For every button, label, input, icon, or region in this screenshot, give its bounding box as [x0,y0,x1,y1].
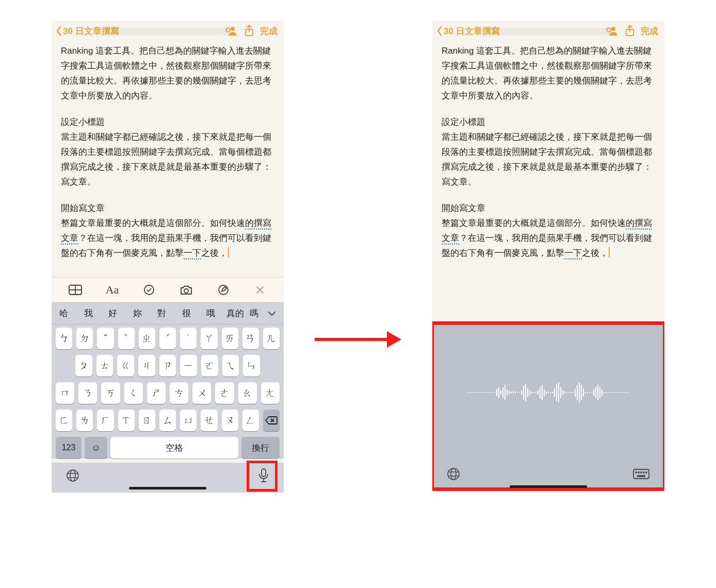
key-ㄚ[interactable]: ㄚ [201,328,217,349]
globe-button[interactable] [66,469,79,484]
checklist-button[interactable] [131,284,168,296]
heading-2: 設定小標題 [61,115,274,129]
key-ˊ[interactable]: ˊ [159,328,176,349]
sugg-0[interactable]: 哈 [52,307,76,319]
keyboard-footer [52,463,284,493]
add-person-button[interactable] [223,25,240,37]
backspace-key[interactable] [263,410,280,431]
note-content[interactable]: Ranking 這套工具。把自己想為的關鍵字輸入進去關鍵字搜索工具這個軟體之中，… [52,41,284,277]
emoji-key[interactable]: ☺ [85,437,107,459]
camera-button[interactable] [168,285,205,295]
key-ㄞ[interactable]: ㄞ [222,328,238,349]
done-button[interactable]: 完成 [258,25,280,37]
key-ㄍ[interactable]: ㄍ [117,355,134,377]
table-icon [69,285,82,295]
key-ㄅ[interactable]: ㄅ [56,328,72,349]
sugg-3[interactable]: 妳 [125,307,150,319]
table-button[interactable] [57,285,94,295]
sugg-7[interactable]: 真的 [223,307,248,319]
key-ㄠ[interactable]: ㄠ [238,382,257,404]
key-ㄗ[interactable]: ㄗ [159,355,176,377]
aa-icon: Aa [106,283,119,297]
space-key[interactable]: 空格 [110,437,238,459]
key-ㄟ[interactable]: ㄟ [222,355,239,377]
home-indicator[interactable] [510,485,587,488]
globe-button[interactable] [447,467,460,483]
key-ㄥ[interactable]: ㄥ [242,410,259,431]
sugg-1[interactable]: 我 [76,307,101,319]
svg-rect-17 [262,469,266,477]
key-ㄌ[interactable]: ㄌ [76,410,93,431]
backspace-icon [265,416,278,425]
key-ㄙ[interactable]: ㄙ [159,410,176,431]
text-cursor [609,247,610,257]
sugg-4[interactable]: 對 [150,307,174,319]
back-button[interactable]: 30 日文章撰寫 [436,25,500,37]
paragraph-3: 整篇文章最重要的大概就是這個部分。如何快速的撰寫文章？在這一塊，我用的是蘋果手機… [61,216,274,260]
svg-point-26 [636,472,637,473]
key-ㄝ[interactable]: ㄝ [201,410,217,431]
sugg-8[interactable]: 嗎 [248,307,260,319]
key-ㄨ[interactable]: ㄨ [192,382,211,404]
key-ㄒ[interactable]: ㄒ [118,410,135,431]
share-button[interactable] [621,25,639,37]
globe-icon [66,469,79,482]
share-button[interactable] [240,25,258,37]
key-ㄑ[interactable]: ㄑ [124,382,143,404]
keyboard-button[interactable] [632,468,650,482]
paragraph-1: Ranking 這套工具。把自己想為的關鍵字輸入進去關鍵字搜索工具這個軟體之中，… [442,43,655,103]
format-toolbar: Aa [52,277,284,303]
key-ㄛ[interactable]: ㄛ [201,355,218,377]
sugg-5[interactable]: 很 [174,307,199,319]
add-person-button[interactable] [604,25,621,37]
key-ㄦ[interactable]: ㄦ [263,328,280,349]
kbd-row-2: ㄇㄋㄎㄑㄕㄘㄨㄜㄠㄤ [54,382,282,404]
key-ㄣ[interactable]: ㄣ [243,355,260,377]
enter-key[interactable]: 換行 [241,437,280,459]
sugg-6[interactable]: 哦 [199,307,223,319]
svg-point-28 [641,472,642,473]
text-format-button[interactable]: Aa [94,283,131,297]
key-ㄈ[interactable]: ㄈ [56,410,72,431]
key-ㄡ[interactable]: ㄡ [222,410,238,431]
text-cursor [228,247,229,257]
key-ㄢ[interactable]: ㄢ [242,328,259,349]
key-ㄇ[interactable]: ㄇ [56,382,74,404]
keyboard: ㄅㄉˇˋㄓˊ˙ㄚㄞㄢㄦ ㄆㄊㄍㄐㄗㄧㄛㄟㄣ ㄇㄋㄎㄑㄕㄘㄨㄜㄠㄤ ㄈㄌㄏㄒㄖㄙㄩ… [52,324,284,459]
key-ㄖ[interactable]: ㄖ [139,410,155,431]
note-content[interactable]: Ranking 這套工具。把自己想為的關鍵字輸入進去關鍵字搜索工具這個軟體之中，… [432,41,664,277]
svg-point-27 [638,472,639,473]
key-ㄆ[interactable]: ㄆ [75,355,92,377]
microphone-button[interactable] [258,468,269,485]
home-indicator[interactable] [129,487,206,489]
key-ㄓ[interactable]: ㄓ [139,328,155,349]
key-ㄐ[interactable]: ㄐ [138,355,155,377]
markup-button[interactable] [205,284,242,296]
svg-point-22 [451,468,456,480]
expand-suggestions-button[interactable] [260,311,284,316]
close-toolbar-button[interactable] [241,285,279,295]
key-ㄎ[interactable]: ㄎ [101,382,120,404]
kbd-row-1: ㄆㄊㄍㄐㄗㄧㄛㄟㄣ [54,355,282,377]
key-ˋ[interactable]: ˋ [118,328,135,349]
key-˙[interactable]: ˙ [180,328,197,349]
key-ˇ[interactable]: ˇ [97,328,113,349]
key-ㄊ[interactable]: ㄊ [96,355,113,377]
key-ㄏ[interactable]: ㄏ [97,410,113,431]
key-ㄩ[interactable]: ㄩ [180,410,197,431]
svg-point-13 [67,470,78,481]
num-key[interactable]: 123 [56,437,82,459]
share-icon [625,25,635,37]
done-button[interactable]: 完成 [639,25,660,37]
key-ㄤ[interactable]: ㄤ [261,382,280,404]
sugg-2[interactable]: 好 [101,307,125,319]
key-ㄕ[interactable]: ㄕ [147,382,166,404]
key-ㄘ[interactable]: ㄘ [170,382,188,404]
key-ㄧ[interactable]: ㄧ [180,355,197,377]
back-button[interactable]: 30 日文章撰寫 [56,25,119,37]
key-ㄋ[interactable]: ㄋ [78,382,97,404]
svg-point-30 [646,472,647,473]
key-ㄉ[interactable]: ㄉ [76,328,93,349]
svg-rect-25 [633,469,649,479]
key-ㄜ[interactable]: ㄜ [215,382,234,404]
